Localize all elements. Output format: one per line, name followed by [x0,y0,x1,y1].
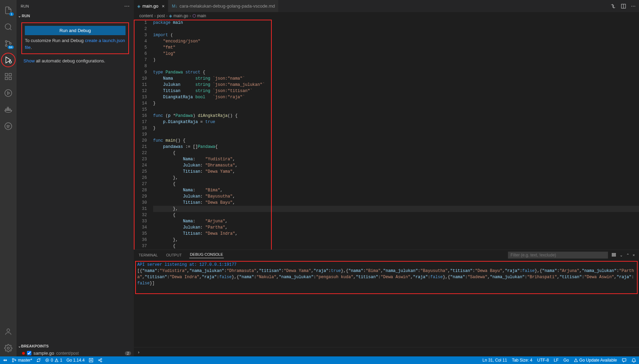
panel-tab-terminal[interactable]: TERMINAL [138,253,159,257]
explorer-icon[interactable]: 1 [0,2,17,19]
svg-point-27 [101,358,102,360]
editor[interactable]: 1234567891011121314151617181920212223242… [134,20,639,250]
svg-point-23 [15,360,16,361]
status-bar: master* 0 1 Go 1.14.4 Ln 31, Col 11 Tab … [0,356,639,364]
split-editor-icon[interactable] [621,3,626,9]
clear-icon[interactable] [611,253,616,257]
spotify-icon[interactable] [0,118,17,134]
problems-status[interactable]: 0 1 [45,358,62,363]
breakpoints-header[interactable]: ⌄ BREAKPOINTS [17,342,134,350]
breakpoint-file: sample.go [33,351,54,356]
more-icon[interactable]: ⋯ [631,3,636,9]
cursor-position[interactable]: Ln 31, Col 11 [482,358,507,363]
go-update[interactable]: Go Update Available [574,358,617,363]
tab-bar: ◈ main.go × M↓ cara-melakukan-debug-gola… [134,0,639,12]
tab-size[interactable]: Tab Size: 4 [512,358,532,363]
go-file-icon: ◈ [137,4,140,9]
panel-tab-output[interactable]: OUTPUT [166,253,182,257]
svg-rect-7 [5,77,8,80]
svg-point-22 [12,361,14,362]
sidebar-title-bar: RUN ⋯ [17,0,134,12]
go-version-status[interactable]: Go 1.14.4 [67,358,85,363]
customize-text: To customize Run and Debug create a laun… [25,37,126,51]
run-section-header[interactable]: ⌄ RUN [17,12,134,20]
eol[interactable]: LF [554,358,559,363]
more-icon[interactable]: ⋯ [124,3,130,9]
live-share-icon[interactable] [98,358,102,363]
panel-filter-input[interactable] [508,252,608,259]
scm-icon[interactable]: 84 [0,35,17,52]
explorer-badge: 1 [9,12,14,16]
tab-markdown[interactable]: M↓ cara-melakukan-debug-golang-pada-vsco… [168,0,279,12]
svg-rect-18 [612,254,616,255]
breakpoint-row[interactable]: sample.go content/post 2 [17,350,134,356]
markdown-file-icon: M↓ [172,4,177,9]
symbol-icon: ⬡ [192,13,196,18]
analysis-icon[interactable] [89,358,93,363]
settings-gear-icon[interactable] [0,340,17,356]
code-content[interactable]: package mainimport ( "encoding/json" "fm… [153,20,639,250]
svg-point-15 [7,329,10,332]
feedback-icon[interactable] [622,358,627,363]
svg-point-26 [99,360,100,361]
svg-rect-19 [612,256,616,256]
scm-badge: 84 [8,46,14,49]
debug-console-content[interactable]: API server listening at: 127.0.0.1:19177… [134,260,639,347]
test-icon[interactable] [0,85,17,101]
close-icon[interactable]: × [633,253,635,257]
svg-rect-5 [5,73,8,76]
docker-icon[interactable] [0,101,17,118]
svg-point-9 [5,90,12,97]
breakpoint-path: content/post [56,351,79,356]
svg-point-1 [6,41,7,42]
language-mode[interactable]: Go [563,358,569,363]
debug-output-json: [{"nama":"Yudistira","nama_julukan":"Dhr… [137,268,636,286]
chevron-down-icon[interactable]: ⌄ [620,253,623,257]
show-link[interactable]: Show [23,58,35,63]
extensions-icon[interactable] [0,68,17,85]
run-debug-icon[interactable] [0,52,17,68]
tab-main-go[interactable]: ◈ main.go × [134,0,168,12]
debug-input-caret[interactable]: › [134,347,639,356]
bell-icon[interactable] [631,358,636,363]
remote-icon[interactable] [3,358,8,363]
close-icon[interactable]: × [162,3,164,9]
chevron-down-icon: ⌄ [18,14,21,18]
svg-point-3 [10,43,11,44]
breakpoint-checkbox[interactable] [27,351,31,355]
go-file-icon: ◈ [169,13,172,18]
run-debug-box: Run and Debug To customize Run and Debug… [21,22,129,54]
sync-icon[interactable] [36,358,41,363]
svg-point-21 [12,358,14,360]
compare-icon[interactable] [610,3,616,9]
sidebar: RUN ⋯ ⌄ RUN Run and Debug To customize R… [17,0,134,356]
show-configs-text: Show all automatic debug configurations. [23,58,127,63]
breadcrumb[interactable]: content › post › ◈ main.go › ⬡ main [134,12,639,20]
panel-tabs: TERMINAL OUTPUT DEBUG CONSOLE ⌄ ⌃ × [134,250,639,260]
branch-status[interactable]: master* [12,358,32,363]
svg-point-16 [7,347,9,349]
encoding[interactable]: UTF-8 [537,358,549,363]
svg-point-2 [6,45,7,47]
svg-rect-6 [9,73,11,76]
svg-rect-13 [7,107,9,109]
activity-bar: 1 84 [0,0,17,356]
sidebar-title: RUN [21,4,124,8]
svg-point-0 [5,24,11,29]
svg-rect-25 [89,358,93,362]
chevron-down-icon: ⌄ [18,344,21,348]
svg-rect-8 [9,77,11,80]
chevron-up-icon[interactable]: ⌃ [626,253,629,257]
run-and-debug-button[interactable]: Run and Debug [25,26,126,35]
svg-point-14 [5,123,12,130]
tab-bar-actions: ⋯ [610,0,639,12]
svg-point-4 [9,61,11,63]
panel-tab-debug-console[interactable]: DEBUG CONSOLE [189,252,224,258]
main-area: ◈ main.go × M↓ cara-melakukan-debug-gola… [134,0,639,356]
line-gutter: 1234567891011121314151617181920212223242… [134,20,153,250]
debug-output-line: API server listening at: 127.0.0.1:19177 [137,262,636,268]
svg-point-28 [101,361,102,362]
search-icon[interactable] [0,19,17,35]
account-icon[interactable] [0,323,17,340]
minimap[interactable] [601,39,639,101]
